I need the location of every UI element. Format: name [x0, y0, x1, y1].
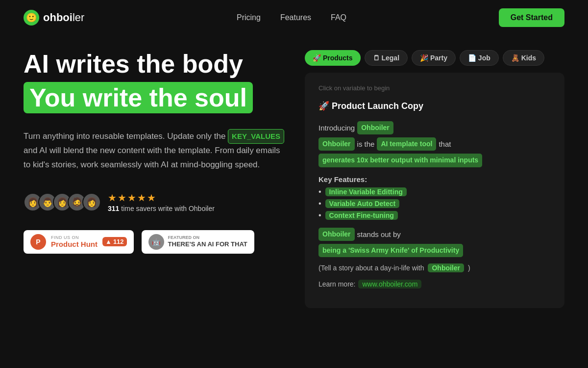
- feature-tag-3[interactable]: Context Fine-tuning: [325, 211, 398, 220]
- nav-features[interactable]: Features: [280, 13, 311, 22]
- ai-icon: 🤖: [148, 234, 164, 250]
- ph-icon: P: [30, 234, 46, 250]
- tab-kids[interactable]: 🧸 Kids: [503, 50, 544, 66]
- hero-desc-after: and AI will blend the new content with t…: [24, 146, 280, 169]
- left-panel: AI writes the body You write the soul Tu…: [24, 50, 285, 308]
- hero-desc-before: Turn anything into reusable templates. U…: [24, 131, 225, 141]
- avatars: 👩 👨 👩 🧔 👩: [24, 193, 101, 211]
- product-hunt-badge[interactable]: P FIND US ON Product Hunt ▲ 112: [24, 230, 134, 254]
- logo[interactable]: 🙂 ohboiler: [24, 10, 84, 26]
- stands-out-line: Ohboiler stands out by: [318, 228, 551, 241]
- tab-party[interactable]: 🎉 Party: [412, 50, 456, 66]
- right-panel: 🚀 Products 🗒 Legal 🎉 Party 📄 Job 🧸 Kids …: [305, 50, 564, 308]
- desc-line1: Ohboiler is the AI template tool that: [318, 137, 551, 151]
- ai-template-tool-tag[interactable]: AI template tool: [377, 137, 436, 151]
- nav-links: Pricing Features FAQ: [237, 13, 346, 22]
- badges: P FIND US ON Product Hunt ▲ 112 🤖 FEATUR…: [24, 230, 285, 254]
- feature-3: • Context Fine-tuning: [318, 211, 551, 220]
- main-content: AI writes the body You write the soul Tu…: [0, 50, 588, 308]
- social-proof: 👩 👨 👩 🧔 👩 ★★★★★ 311 time savers write wi…: [24, 192, 285, 212]
- hero-description: Turn anything into reusable templates. U…: [24, 129, 285, 172]
- get-started-button[interactable]: Get Started: [499, 8, 564, 27]
- desc-line2: generates 10x better output with minimal…: [318, 154, 551, 167]
- tab-products[interactable]: 🚀 Products: [305, 50, 361, 66]
- rating-block: ★★★★★ 311 time savers write with Ohboile…: [108, 192, 215, 212]
- avatar: 👩: [82, 193, 101, 211]
- hero-title-line2: You write the soul: [24, 82, 253, 113]
- logo-icon: 🙂: [24, 10, 39, 26]
- ph-name: Product Hunt: [51, 240, 98, 248]
- ph-text: FIND US ON Product Hunt: [51, 235, 98, 248]
- content-box: Click on variable to begin 🚀 Product Lau…: [305, 73, 564, 308]
- ph-count: ▲ 112: [102, 237, 127, 246]
- paren-line: (Tell a story about a day-in-life with O…: [318, 264, 551, 272]
- rating-text: 311 time savers write with Ohboiler: [108, 205, 215, 212]
- bullet-dot: •: [318, 187, 321, 196]
- generates-tag[interactable]: generates 10x better output with minimal…: [318, 154, 482, 167]
- rating-label: time savers write with Ohboiler: [121, 205, 215, 212]
- stands-out-desc: being a 'Swiss Army Knife' of Productivi…: [318, 244, 551, 257]
- key-features-label: Key Features:: [318, 175, 551, 184]
- bullet-dot: •: [318, 199, 321, 208]
- stands-out-brand-tag[interactable]: Ohboiler: [318, 228, 355, 241]
- tab-legal[interactable]: 🗒 Legal: [365, 50, 408, 66]
- ai-text: FEATURED ON THERE'S AN AI FOR THAT: [168, 235, 247, 249]
- navbar: 🙂 ohboiler Pricing Features FAQ Get Star…: [0, 0, 588, 35]
- ph-find-label: FIND US ON: [51, 235, 98, 240]
- hero-title-line1: AI writes the body: [24, 50, 285, 78]
- feature-tag-2[interactable]: Variable Auto Detect: [325, 199, 400, 208]
- line1-brand-tag[interactable]: Ohboiler: [318, 137, 355, 151]
- feature-1: • Inline Variable Editting: [318, 187, 551, 196]
- nav-faq[interactable]: FAQ: [331, 13, 346, 22]
- tabs-row: 🚀 Products 🗒 Legal 🎉 Party 📄 Job 🧸 Kids: [305, 50, 564, 66]
- logo-text: ohboiler: [43, 11, 84, 24]
- feature-tag-1[interactable]: Inline Variable Editting: [325, 187, 407, 196]
- key-values-tag: KEY_VALUES: [228, 129, 284, 144]
- intro-brand-tag[interactable]: Ohboiler: [357, 121, 393, 134]
- paren-brand-tag[interactable]: Ohboiler: [428, 263, 464, 272]
- feature-2: • Variable Auto Detect: [318, 199, 551, 208]
- url-tag[interactable]: www.ohboiler.com: [358, 280, 421, 289]
- stands-out-tag[interactable]: being a 'Swiss Army Knife' of Productivi…: [318, 244, 463, 257]
- stars: ★★★★★: [108, 192, 215, 204]
- click-hint: Click on variable to begin: [318, 84, 551, 92]
- ai-for-that-badge[interactable]: 🤖 FEATURED ON THERE'S AN AI FOR THAT: [142, 230, 254, 254]
- tab-job[interactable]: 📄 Job: [460, 50, 499, 66]
- nav-pricing[interactable]: Pricing: [237, 13, 261, 22]
- intro-line: Introducing Ohboiler: [318, 121, 551, 134]
- learn-more-line: Learn more: www.ohboiler.com: [318, 280, 551, 289]
- bullet-dot: •: [318, 211, 321, 220]
- rating-count: 311: [108, 205, 119, 212]
- content-title: 🚀 Product Launch Copy: [318, 101, 551, 111]
